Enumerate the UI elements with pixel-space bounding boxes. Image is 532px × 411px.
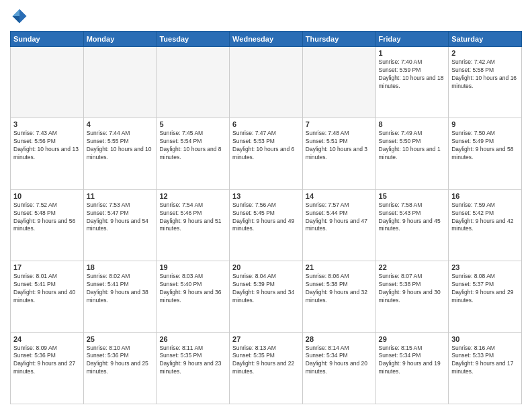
day-info: Sunrise: 8:01 AM Sunset: 5:41 PM Dayligh… bbox=[13, 273, 81, 305]
day-cell bbox=[302, 47, 375, 118]
day-number: 18 bbox=[87, 263, 154, 271]
day-cell bbox=[157, 47, 230, 118]
day-info: Sunrise: 8:09 AM Sunset: 5:36 PM Dayligh… bbox=[13, 345, 81, 377]
day-cell bbox=[230, 47, 303, 118]
day-info: Sunrise: 7:48 AM Sunset: 5:51 PM Dayligh… bbox=[306, 130, 373, 162]
day-info: Sunrise: 7:45 AM Sunset: 5:54 PM Dayligh… bbox=[159, 130, 226, 162]
day-info: Sunrise: 7:42 AM Sunset: 5:58 PM Dayligh… bbox=[451, 58, 519, 91]
day-number: 29 bbox=[379, 335, 446, 343]
day-info: Sunrise: 7:53 AM Sunset: 5:47 PM Dayligh… bbox=[87, 201, 154, 234]
day-header-monday: Monday bbox=[83, 32, 157, 47]
day-number: 22 bbox=[379, 263, 446, 271]
logo bbox=[10, 7, 32, 26]
day-number: 17 bbox=[13, 263, 81, 271]
day-info: Sunrise: 8:02 AM Sunset: 5:41 PM Dayligh… bbox=[87, 273, 154, 305]
day-cell: 8Sunrise: 7:49 AM Sunset: 5:50 PM Daylig… bbox=[375, 118, 449, 189]
day-number: 15 bbox=[379, 192, 446, 200]
day-cell: 17Sunrise: 8:01 AM Sunset: 5:41 PM Dayli… bbox=[11, 261, 84, 332]
week-row-4: 24Sunrise: 8:09 AM Sunset: 5:36 PM Dayli… bbox=[11, 332, 522, 404]
day-cell: 10Sunrise: 7:52 AM Sunset: 5:48 PM Dayli… bbox=[11, 189, 84, 261]
day-header-thursday: Thursday bbox=[302, 32, 375, 47]
logo-icon bbox=[10, 7, 29, 26]
day-cell: 1Sunrise: 7:40 AM Sunset: 5:59 PM Daylig… bbox=[375, 47, 449, 118]
page: SundayMondayTuesdayWednesdayThursdayFrid… bbox=[0, 0, 532, 411]
day-info: Sunrise: 8:06 AM Sunset: 5:38 PM Dayligh… bbox=[306, 273, 373, 305]
day-number: 10 bbox=[13, 192, 81, 200]
day-number: 16 bbox=[451, 192, 519, 200]
day-cell: 6Sunrise: 7:47 AM Sunset: 5:53 PM Daylig… bbox=[230, 118, 303, 189]
day-info: Sunrise: 7:50 AM Sunset: 5:49 PM Dayligh… bbox=[451, 130, 519, 162]
day-cell: 15Sunrise: 7:58 AM Sunset: 5:43 PM Dayli… bbox=[375, 189, 449, 261]
day-number: 8 bbox=[379, 120, 446, 128]
day-cell: 19Sunrise: 8:03 AM Sunset: 5:40 PM Dayli… bbox=[157, 261, 230, 332]
day-number: 24 bbox=[13, 335, 81, 343]
calendar-body: 1Sunrise: 7:40 AM Sunset: 5:59 PM Daylig… bbox=[11, 47, 522, 404]
day-cell: 14Sunrise: 7:57 AM Sunset: 5:44 PM Dayli… bbox=[302, 189, 375, 261]
day-cell: 25Sunrise: 8:10 AM Sunset: 5:36 PM Dayli… bbox=[83, 332, 157, 404]
day-number: 9 bbox=[451, 120, 519, 128]
week-row-1: 3Sunrise: 7:43 AM Sunset: 5:56 PM Daylig… bbox=[11, 118, 522, 189]
svg-marker-2 bbox=[13, 16, 20, 24]
day-number: 6 bbox=[232, 120, 300, 128]
day-info: Sunrise: 8:07 AM Sunset: 5:38 PM Dayligh… bbox=[379, 273, 446, 305]
day-info: Sunrise: 7:59 AM Sunset: 5:42 PM Dayligh… bbox=[451, 201, 519, 234]
day-info: Sunrise: 8:03 AM Sunset: 5:40 PM Dayligh… bbox=[159, 273, 226, 305]
day-number: 25 bbox=[87, 335, 154, 343]
calendar-header: SundayMondayTuesdayWednesdayThursdayFrid… bbox=[11, 32, 522, 47]
day-number: 21 bbox=[306, 263, 373, 271]
day-info: Sunrise: 8:15 AM Sunset: 5:34 PM Dayligh… bbox=[379, 345, 446, 377]
day-info: Sunrise: 8:14 AM Sunset: 5:34 PM Dayligh… bbox=[306, 345, 373, 377]
day-cell: 13Sunrise: 7:56 AM Sunset: 5:45 PM Dayli… bbox=[230, 189, 303, 261]
day-info: Sunrise: 7:40 AM Sunset: 5:59 PM Dayligh… bbox=[379, 58, 446, 91]
day-number: 7 bbox=[306, 120, 373, 128]
day-info: Sunrise: 7:49 AM Sunset: 5:50 PM Dayligh… bbox=[379, 130, 446, 162]
day-cell: 27Sunrise: 8:13 AM Sunset: 5:35 PM Dayli… bbox=[230, 332, 303, 404]
day-number: 30 bbox=[451, 335, 519, 343]
day-info: Sunrise: 8:08 AM Sunset: 5:37 PM Dayligh… bbox=[451, 273, 519, 305]
day-number: 26 bbox=[159, 335, 226, 343]
day-cell: 5Sunrise: 7:45 AM Sunset: 5:54 PM Daylig… bbox=[157, 118, 230, 189]
day-header-saturday: Saturday bbox=[449, 32, 522, 47]
day-cell: 18Sunrise: 8:02 AM Sunset: 5:41 PM Dayli… bbox=[83, 261, 157, 332]
header bbox=[10, 7, 522, 26]
day-number: 1 bbox=[379, 49, 446, 57]
day-cell bbox=[83, 47, 157, 118]
day-cell: 21Sunrise: 8:06 AM Sunset: 5:38 PM Dayli… bbox=[302, 261, 375, 332]
week-row-3: 17Sunrise: 8:01 AM Sunset: 5:41 PM Dayli… bbox=[11, 261, 522, 332]
day-number: 23 bbox=[451, 263, 519, 271]
day-number: 12 bbox=[159, 192, 226, 200]
day-number: 28 bbox=[306, 335, 373, 343]
day-number: 5 bbox=[159, 120, 226, 128]
header-row: SundayMondayTuesdayWednesdayThursdayFrid… bbox=[11, 32, 522, 47]
day-info: Sunrise: 7:57 AM Sunset: 5:44 PM Dayligh… bbox=[306, 201, 373, 234]
day-cell: 11Sunrise: 7:53 AM Sunset: 5:47 PM Dayli… bbox=[83, 189, 157, 261]
day-header-tuesday: Tuesday bbox=[157, 32, 230, 47]
day-cell: 2Sunrise: 7:42 AM Sunset: 5:58 PM Daylig… bbox=[449, 47, 522, 118]
day-info: Sunrise: 7:44 AM Sunset: 5:55 PM Dayligh… bbox=[87, 130, 154, 162]
day-info: Sunrise: 7:54 AM Sunset: 5:46 PM Dayligh… bbox=[159, 201, 226, 234]
day-cell: 28Sunrise: 8:14 AM Sunset: 5:34 PM Dayli… bbox=[302, 332, 375, 404]
day-cell: 23Sunrise: 8:08 AM Sunset: 5:37 PM Dayli… bbox=[449, 261, 522, 332]
day-cell: 20Sunrise: 8:04 AM Sunset: 5:39 PM Dayli… bbox=[230, 261, 303, 332]
day-cell: 9Sunrise: 7:50 AM Sunset: 5:49 PM Daylig… bbox=[449, 118, 522, 189]
day-number: 4 bbox=[87, 120, 154, 128]
day-cell: 7Sunrise: 7:48 AM Sunset: 5:51 PM Daylig… bbox=[302, 118, 375, 189]
day-info: Sunrise: 7:43 AM Sunset: 5:56 PM Dayligh… bbox=[13, 130, 81, 162]
day-info: Sunrise: 8:04 AM Sunset: 5:39 PM Dayligh… bbox=[232, 273, 300, 305]
day-info: Sunrise: 7:56 AM Sunset: 5:45 PM Dayligh… bbox=[232, 201, 300, 234]
day-info: Sunrise: 8:13 AM Sunset: 5:35 PM Dayligh… bbox=[232, 345, 300, 377]
calendar-table: SundayMondayTuesdayWednesdayThursdayFrid… bbox=[10, 31, 522, 404]
day-cell: 4Sunrise: 7:44 AM Sunset: 5:55 PM Daylig… bbox=[83, 118, 157, 189]
day-info: Sunrise: 8:10 AM Sunset: 5:36 PM Dayligh… bbox=[87, 345, 154, 377]
day-cell bbox=[11, 47, 84, 118]
day-cell: 26Sunrise: 8:11 AM Sunset: 5:35 PM Dayli… bbox=[157, 332, 230, 404]
day-cell: 12Sunrise: 7:54 AM Sunset: 5:46 PM Dayli… bbox=[157, 189, 230, 261]
day-number: 3 bbox=[13, 120, 81, 128]
day-header-wednesday: Wednesday bbox=[230, 32, 303, 47]
day-number: 20 bbox=[232, 263, 300, 271]
day-number: 14 bbox=[306, 192, 373, 200]
day-info: Sunrise: 7:52 AM Sunset: 5:48 PM Dayligh… bbox=[13, 201, 81, 234]
day-cell: 24Sunrise: 8:09 AM Sunset: 5:36 PM Dayli… bbox=[11, 332, 84, 404]
day-number: 27 bbox=[232, 335, 300, 343]
day-info: Sunrise: 8:16 AM Sunset: 5:33 PM Dayligh… bbox=[451, 345, 519, 377]
